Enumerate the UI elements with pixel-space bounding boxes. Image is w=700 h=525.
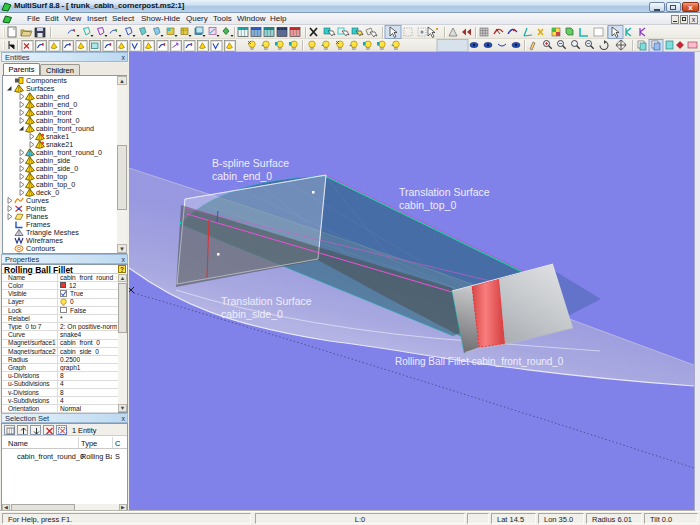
svg-text:Rolling Ball Fillet cabin_fron: Rolling Ball Fillet cabin_front_round_0 [395,356,564,367]
svg-text:B-spline Surface: B-spline Surface [212,157,289,169]
svg-text:Translation Surface: Translation Surface [221,295,312,307]
svg-text:cabin_end_0: cabin_end_0 [212,170,272,182]
svg-text:cabin_side_0: cabin_side_0 [221,308,283,320]
svg-text:cabin_top_0: cabin_top_0 [399,199,456,211]
svg-text:Translation Surface: Translation Surface [399,186,490,198]
